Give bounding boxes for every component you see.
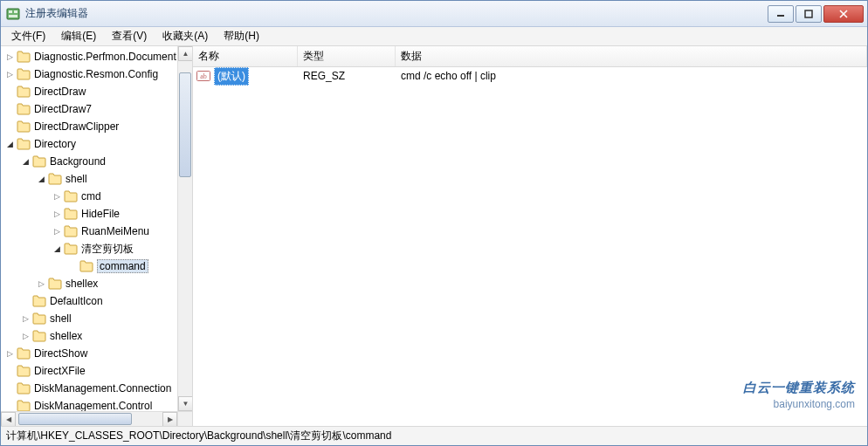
menu-favorites[interactable]: 收藏夹(A) (155, 27, 215, 45)
close-button[interactable] (823, 5, 864, 23)
collapse-icon[interactable]: ◢ (4, 139, 15, 149)
folder-icon (17, 103, 31, 115)
tree-node-label: DiskManagement.Connection (34, 382, 171, 395)
scroll-thumb[interactable] (18, 413, 132, 425)
tree-node[interactable]: ▷DefaultIcon (1, 292, 192, 310)
tree-pane: ▷Diagnostic.Perfmon.Document▷Diagnostic.… (1, 46, 193, 426)
tree-node-label: shellex (50, 330, 82, 342)
scroll-right-icon[interactable]: ▶ (162, 412, 177, 426)
maximize-button[interactable] (796, 5, 822, 23)
expand-icon[interactable]: ▷ (20, 331, 31, 341)
tree-node[interactable]: ▷DirectDraw7 (1, 100, 192, 118)
folder-icon (17, 120, 31, 133)
tree-node-label: shell (50, 312, 72, 325)
watermark-title: 白云一键重装系统 (743, 380, 855, 396)
folder-icon (32, 295, 46, 307)
tree-node[interactable]: ▷HideFile (1, 205, 192, 223)
folder-icon (17, 86, 31, 98)
scroll-left-icon[interactable]: ◀ (1, 412, 16, 426)
tree-node-label: DirectDraw7 (34, 103, 92, 115)
collapse-icon[interactable]: ◢ (52, 244, 62, 254)
scroll-up-icon[interactable]: ▲ (178, 46, 193, 61)
tree-node[interactable]: ▷DirectDraw (1, 83, 192, 100)
tree-node[interactable]: ▷DirectDrawClipper (1, 118, 192, 135)
expand-icon[interactable]: ▷ (36, 278, 46, 289)
collapse-icon[interactable]: ◢ (20, 156, 31, 167)
values-pane: 名称 类型 数据 ab (默认) REG_SZ cmd /c echo off … (193, 46, 867, 426)
tree-node[interactable]: ▷command (1, 257, 192, 275)
tree-node[interactable]: ▷RuanMeiMenu (1, 223, 192, 240)
tree-node[interactable]: ▷shell (1, 310, 192, 327)
titlebar[interactable]: 注册表编辑器 (1, 1, 867, 27)
tree-node[interactable]: ◢Directory (1, 135, 192, 153)
tree-node[interactable]: ◢清空剪切板 (1, 240, 192, 257)
expand-icon[interactable]: ▷ (52, 191, 62, 202)
registry-editor-window: 注册表编辑器 文件(F) 编辑(E) 查看(V) 收藏夹(A) 帮助(H) ▷D… (0, 0, 868, 446)
tree-node[interactable]: ▷shellex (1, 327, 192, 345)
registry-tree[interactable]: ▷Diagnostic.Perfmon.Document▷Diagnostic.… (1, 46, 192, 426)
svg-rect-5 (805, 10, 812, 17)
folder-icon (17, 51, 31, 63)
folder-icon (17, 382, 31, 395)
folder-icon (32, 330, 46, 342)
tree-node[interactable]: ▷DiskManagement.Connection (1, 380, 192, 397)
minimize-button[interactable] (768, 5, 794, 23)
expand-icon[interactable]: ▷ (52, 209, 62, 219)
tree-node[interactable]: ◢Background (1, 153, 192, 170)
folder-icon (17, 400, 31, 412)
col-name[interactable]: 名称 (193, 46, 298, 66)
expand-icon[interactable]: ▷ (4, 51, 15, 62)
app-icon (6, 7, 20, 21)
value-data: cmd /c echo off | clip (396, 70, 867, 82)
values-header: 名称 类型 数据 (193, 46, 867, 67)
menu-file[interactable]: 文件(F) (4, 27, 52, 45)
menu-help[interactable]: 帮助(H) (217, 27, 266, 45)
svg-rect-1 (9, 10, 12, 13)
tree-node[interactable]: ▷cmd (1, 188, 192, 205)
scroll-down-icon[interactable]: ▼ (178, 396, 193, 411)
tree-node[interactable]: ▷Diagnostic.Perfmon.Document (1, 48, 192, 65)
svg-rect-2 (14, 10, 17, 13)
tree-node-label: DiskManagement.Control (34, 400, 152, 412)
tree-node-label: RuanMeiMenu (81, 225, 149, 237)
tree-node-label: shell (65, 173, 87, 185)
scroll-thumb[interactable] (179, 72, 191, 177)
value-row[interactable]: ab (默认) REG_SZ cmd /c echo off | clip (193, 67, 867, 85)
expand-icon[interactable]: ▷ (20, 313, 31, 324)
expand-icon[interactable]: ▷ (52, 226, 62, 237)
tree-node[interactable]: ▷DirectXFile (1, 362, 192, 380)
col-type[interactable]: 类型 (298, 46, 396, 66)
body: ▷Diagnostic.Perfmon.Document▷Diagnostic.… (1, 46, 867, 426)
tree-node[interactable]: ▷shellex (1, 275, 192, 292)
tree-node[interactable]: ◢shell (1, 170, 192, 188)
values-list[interactable]: ab (默认) REG_SZ cmd /c echo off | clip (193, 67, 867, 426)
tree-node-label: cmd (81, 190, 101, 202)
expand-icon[interactable]: ▷ (4, 348, 15, 359)
menu-view[interactable]: 查看(V) (105, 27, 154, 45)
folder-icon (17, 68, 31, 80)
value-name: (默认) (214, 67, 249, 86)
menubar: 文件(F) 编辑(E) 查看(V) 收藏夹(A) 帮助(H) (1, 27, 867, 46)
folder-icon (17, 138, 31, 150)
tree-vertical-scrollbar[interactable]: ▲ ▼ (177, 46, 192, 411)
folder-icon (64, 243, 78, 255)
window-title: 注册表编辑器 (25, 6, 766, 21)
tree-node-label: Directory (34, 138, 76, 150)
tree-node-label: shellex (65, 278, 98, 290)
tree-node-label: 清空剪切板 (81, 242, 134, 257)
tree-node-label: DirectShow (34, 347, 87, 360)
menu-edit[interactable]: 编辑(E) (54, 27, 103, 45)
tree-horizontal-scrollbar[interactable]: ◀ ▶ (1, 411, 177, 426)
tree-node[interactable]: ▷DirectShow (1, 345, 192, 362)
collapse-icon[interactable]: ◢ (36, 174, 46, 184)
tree-node-label: DirectDrawClipper (34, 120, 119, 133)
folder-icon (17, 347, 31, 360)
col-data[interactable]: 数据 (396, 46, 867, 66)
value-type: REG_SZ (298, 70, 396, 82)
watermark-url: baiyunxitong.com (774, 398, 855, 410)
expand-icon[interactable]: ▷ (4, 69, 15, 79)
string-value-icon: ab (196, 69, 210, 83)
tree-node[interactable]: ▷Diagnostic.Resmon.Config (1, 65, 192, 83)
folder-icon (64, 190, 78, 202)
tree-node-label: DefaultIcon (50, 295, 103, 307)
